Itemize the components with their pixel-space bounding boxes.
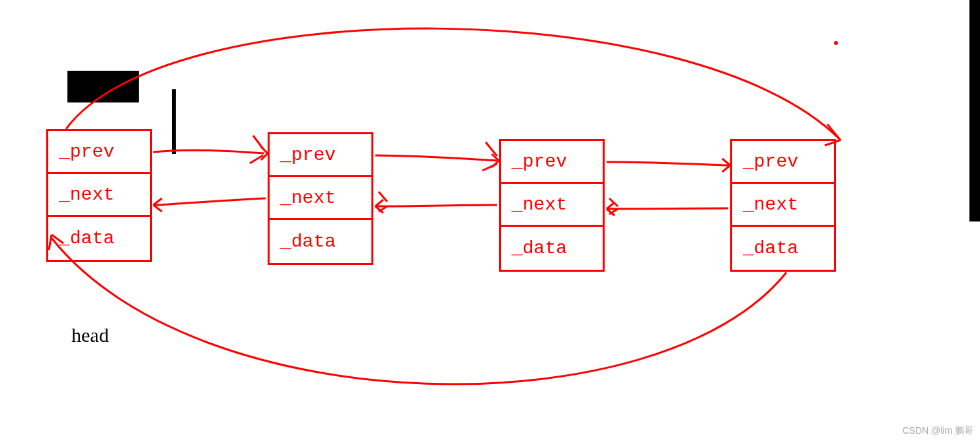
node-2-data: _data — [501, 227, 603, 270]
node-0: _prev _next _data — [46, 129, 152, 262]
node-2-prev: _prev — [501, 141, 603, 184]
svg-point-0 — [834, 41, 838, 45]
node-0-data: _data — [48, 217, 150, 260]
node-3-prev: _prev — [732, 141, 834, 184]
node-1-data: _data — [270, 220, 371, 263]
black-rect-top — [67, 71, 139, 102]
watermark: CSDN @lim 鹏哥 — [902, 425, 973, 437]
node-0-prev: _prev — [48, 131, 150, 174]
node-3-data: _data — [732, 227, 834, 270]
node-2-next: _next — [501, 184, 603, 227]
head-label: head — [71, 324, 109, 346]
node-2: _prev _next _data — [499, 139, 605, 272]
node-1: _prev _next _data — [268, 132, 373, 265]
node-3-next: _next — [732, 184, 834, 227]
node-1-next: _next — [270, 177, 371, 220]
node-0-next: _next — [48, 174, 150, 217]
node-1-prev: _prev — [270, 134, 371, 177]
right-edge-block — [969, 0, 980, 221]
node-3: _prev _next _data — [730, 139, 836, 272]
black-vertical-stroke — [172, 89, 176, 154]
